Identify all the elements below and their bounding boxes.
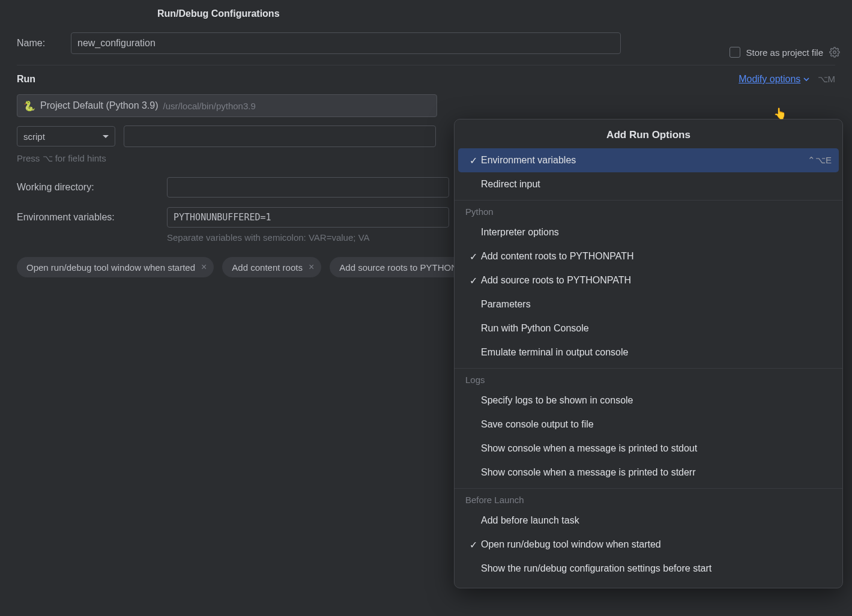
popup-item[interactable]: Run with Python Console xyxy=(455,316,842,340)
interpreter-name: Project Default (Python 3.9) xyxy=(40,100,159,111)
popup-item[interactable]: Show console when a message is printed t… xyxy=(455,436,842,460)
chip-label: Add content roots xyxy=(232,262,303,273)
modify-options-link[interactable]: Modify options xyxy=(739,74,810,85)
divider xyxy=(17,65,835,65)
popup-item-label: Add before launch task xyxy=(481,515,579,526)
popup-item-label: Add content roots to PYTHONPATH xyxy=(481,251,634,262)
option-chip[interactable]: Open run/debug tool window when started× xyxy=(17,257,214,277)
popup-item[interactable]: Show the run/debug configuration setting… xyxy=(455,557,842,581)
name-label: Name: xyxy=(17,38,71,49)
popup-item-label: Show the run/debug configuration setting… xyxy=(481,563,712,574)
popup-title: Add Run Options xyxy=(455,125,842,148)
popup-item[interactable]: Show console when a message is printed t… xyxy=(455,460,842,485)
popup-item[interactable]: Interpreter options xyxy=(455,220,842,244)
popup-section-header: Logs xyxy=(455,368,842,388)
working-directory-label: Working directory: xyxy=(17,182,167,193)
name-input[interactable] xyxy=(71,32,621,54)
environment-variables-label: Environment variables: xyxy=(17,212,167,223)
popup-item-label: Redirect input xyxy=(481,179,540,190)
popup-item-label: Show console when a message is printed t… xyxy=(481,443,697,454)
popup-item-label: Emulate terminal in output console xyxy=(481,347,628,358)
popup-item-shortcut: ⌃⌥E xyxy=(808,155,832,166)
popup-item-label: Show console when a message is printed t… xyxy=(481,467,696,478)
store-project-file-label: Store as project file xyxy=(746,47,823,58)
close-icon[interactable]: × xyxy=(201,262,207,272)
popup-item-label: Add source roots to PYTHONPATH xyxy=(481,275,631,286)
chip-label: Open run/debug tool window when started xyxy=(26,262,195,273)
popup-item-label: Environment variables xyxy=(481,155,576,166)
interpreter-selector[interactable]: 🐍 Project Default (Python 3.9) /usr/loca… xyxy=(17,94,437,117)
popup-section-header: Python xyxy=(455,200,842,220)
popup-item-label: Open run/debug tool window when started xyxy=(481,539,661,550)
store-project-file-checkbox[interactable] xyxy=(730,47,740,58)
popup-item-label: Save console output to file xyxy=(481,419,594,430)
svg-point-0 xyxy=(833,51,836,54)
script-path-input[interactable] xyxy=(124,125,436,147)
script-mode-select[interactable]: script xyxy=(17,126,115,146)
check-icon: ✓ xyxy=(465,251,481,262)
run-section-title: Run xyxy=(17,74,35,85)
dialog-title: Run/Debug Configurations xyxy=(0,0,852,26)
python-icon: 🐍 xyxy=(23,100,35,112)
popup-item[interactable]: ✓Add source roots to PYTHONPATH xyxy=(455,268,842,292)
popup-item-label: Specify logs to be shown in console xyxy=(481,395,633,406)
popup-item-label: Interpreter options xyxy=(481,227,559,238)
check-icon: ✓ xyxy=(465,155,481,166)
popup-item[interactable]: Specify logs to be shown in console xyxy=(455,388,842,412)
check-icon: ✓ xyxy=(465,539,481,551)
popup-item[interactable]: Add before launch task xyxy=(455,509,842,533)
popup-item[interactable]: ✓Add content roots to PYTHONPATH xyxy=(455,244,842,268)
modify-options-shortcut: ⌥M xyxy=(818,74,836,84)
popup-section-header: Before Launch xyxy=(455,488,842,509)
gear-icon[interactable] xyxy=(829,47,840,58)
popup-item[interactable]: Save console output to file xyxy=(455,412,842,436)
popup-item[interactable]: Emulate terminal in output console xyxy=(455,340,842,364)
option-chip[interactable]: Add content roots× xyxy=(222,257,321,277)
interpreter-path: /usr/local/bin/python3.9 xyxy=(163,101,256,111)
chevron-down-icon xyxy=(803,76,810,83)
popup-item[interactable]: Parameters xyxy=(455,292,842,316)
add-run-options-popup: Add Run Options ✓Environment variables⌃⌥… xyxy=(454,119,843,588)
popup-item-label: Run with Python Console xyxy=(481,323,589,334)
popup-item[interactable]: ✓Open run/debug tool window when started xyxy=(455,533,842,557)
popup-item-label: Parameters xyxy=(481,299,531,310)
close-icon[interactable]: × xyxy=(309,262,314,272)
popup-item[interactable]: Redirect input xyxy=(455,172,842,196)
working-directory-input[interactable] xyxy=(167,177,449,198)
environment-variables-input[interactable] xyxy=(167,207,449,228)
popup-item[interactable]: ✓Environment variables⌃⌥E xyxy=(458,148,839,172)
check-icon: ✓ xyxy=(465,275,481,286)
